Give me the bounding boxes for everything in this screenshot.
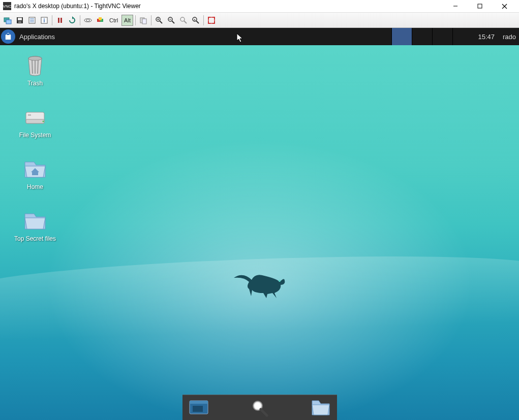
svg-rect-1 — [478, 4, 482, 8]
desktop-icon-label: Top Secret files — [14, 235, 56, 242]
vnc-window-title: rado's X desktop (ubuntu:1) - TightVNC V… — [14, 3, 444, 10]
toolbar-separator — [151, 15, 151, 25]
pause-icon[interactable] — [54, 15, 66, 26]
refresh-icon[interactable] — [67, 15, 78, 26]
show-desktop-button[interactable] — [188, 398, 210, 418]
trash-icon — [23, 53, 47, 78]
home-desktop-icon[interactable]: Home — [7, 157, 63, 190]
svg-rect-50 — [190, 401, 208, 404]
svg-point-43 — [28, 56, 42, 60]
svg-rect-5 — [6, 20, 11, 24]
svg-marker-17 — [72, 16, 74, 19]
panel-user[interactable]: rado — [500, 33, 519, 41]
desktop-icon-label: Home — [27, 183, 43, 190]
workspace-4[interactable] — [452, 28, 473, 45]
vnc-toolbar: i Ctrl Alt A — [0, 13, 519, 28]
panel-clock[interactable]: 15:47 — [473, 33, 500, 41]
file-manager-button[interactable] — [310, 398, 332, 418]
workspace-1[interactable] — [391, 28, 412, 45]
desktop-icons-area: Trash File System Home — [7, 53, 63, 242]
zoom-out-icon[interactable] — [166, 15, 177, 26]
svg-text:i: i — [44, 18, 45, 23]
options-icon[interactable] — [26, 15, 38, 26]
svg-rect-8 — [18, 21, 21, 23]
zoom-100-icon[interactable] — [178, 15, 189, 26]
xfce-top-panel: Applications 15:47 rado — [0, 28, 519, 45]
svg-point-48 — [279, 280, 281, 282]
harddrive-icon — [23, 105, 47, 130]
fullscreen-icon[interactable] — [206, 15, 217, 26]
svg-line-40 — [32, 60, 33, 74]
alt-key-button[interactable]: Alt — [121, 15, 133, 26]
svg-rect-7 — [18, 18, 22, 20]
vnc-titlebar: VNC rado's X desktop (ubuntu:1) - TightV… — [0, 0, 519, 13]
minimize-button[interactable] — [444, 0, 467, 13]
ctrl-alt-del-icon[interactable] — [82, 15, 94, 26]
desktop-icon-label: File System — [19, 132, 51, 139]
connection-info-icon[interactable]: i — [39, 15, 50, 26]
zoom-auto-icon[interactable]: A — [190, 15, 201, 26]
svg-line-26 — [160, 21, 162, 23]
toolbar-separator — [52, 15, 52, 25]
desktop-icon-label: Trash — [27, 80, 43, 87]
zoom-in-icon[interactable] — [154, 15, 165, 26]
ctrl-key-button[interactable]: Ctrl — [107, 15, 120, 26]
svg-rect-47 — [28, 114, 31, 116]
svg-rect-37 — [208, 17, 215, 23]
svg-rect-16 — [60, 18, 62, 23]
svg-rect-51 — [193, 406, 203, 412]
svg-line-33 — [184, 21, 187, 23]
xfce-mouse-icon — [234, 267, 290, 302]
vnc-app-icon: VNC — [3, 2, 11, 10]
svg-rect-45 — [26, 119, 44, 123]
home-folder-icon — [23, 157, 47, 181]
toolbar-separator — [135, 15, 136, 25]
xfce-menu-button[interactable] — [1, 29, 15, 44]
svg-line-42 — [38, 60, 38, 74]
ctrl-esc-icon[interactable] — [95, 15, 106, 26]
svg-line-30 — [172, 21, 174, 23]
top-secret-folder-icon[interactable]: Top Secret files — [7, 209, 63, 242]
toolbar-separator — [203, 15, 204, 25]
close-button[interactable] — [493, 0, 516, 13]
maximize-button[interactable] — [468, 0, 492, 13]
window-controls — [444, 0, 516, 13]
svg-line-35 — [196, 21, 199, 23]
svg-rect-22 — [99, 17, 102, 20]
svg-point-53 — [255, 403, 261, 409]
folder-icon — [23, 209, 47, 233]
file-transfer-icon[interactable] — [138, 15, 149, 26]
appfinder-button[interactable] — [249, 398, 271, 418]
save-icon[interactable] — [14, 15, 25, 26]
svg-rect-15 — [58, 18, 59, 23]
workspace-3[interactable] — [432, 28, 452, 45]
applications-menu[interactable]: Applications — [15, 33, 59, 41]
workspace-2[interactable] — [412, 28, 432, 45]
workspace-switcher — [391, 28, 473, 45]
svg-point-32 — [180, 17, 185, 21]
filesystem-desktop-icon[interactable]: File System — [7, 105, 63, 139]
svg-line-54 — [261, 409, 267, 415]
xfce-dock — [182, 395, 337, 420]
svg-rect-24 — [142, 19, 146, 24]
remote-desktop[interactable]: Applications 15:47 rado — [0, 28, 519, 420]
svg-text:A: A — [194, 18, 196, 21]
trash-desktop-icon[interactable]: Trash — [7, 53, 63, 87]
toolbar-separator — [80, 15, 80, 25]
svg-point-46 — [43, 121, 44, 122]
new-connection-icon[interactable] — [2, 15, 13, 26]
